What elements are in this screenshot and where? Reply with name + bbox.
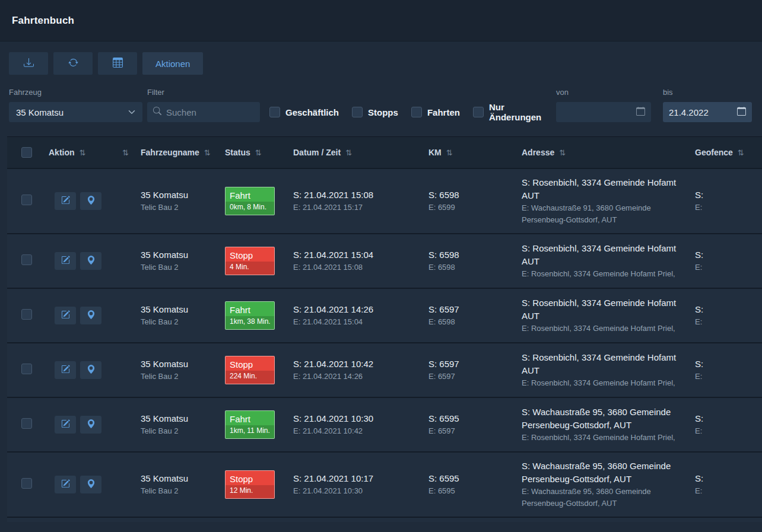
checkbox-geschaeftlich[interactable]: Geschäftlich	[269, 107, 339, 117]
km-end: E: 6595	[428, 485, 518, 497]
sort-icon[interactable]: ⇅	[446, 148, 453, 157]
vehicle-label: Fahrzeug	[9, 88, 142, 97]
column-header-aktion[interactable]: Aktion ⇅ ⇅	[45, 148, 137, 157]
sort-icon[interactable]: ⇅	[738, 148, 744, 157]
edit-icon	[61, 196, 70, 206]
km-start: S: 6597	[428, 358, 518, 371]
sort-icon[interactable]: ⇅	[122, 148, 129, 157]
map-pin-icon	[87, 310, 96, 321]
sort-icon[interactable]: ⇅	[345, 148, 352, 157]
km-start: S: 6595	[428, 472, 518, 485]
map-pin-icon	[87, 196, 96, 206]
vehicle-subtitle: Telic Bau 2	[141, 262, 221, 273]
checkbox-icon[interactable]	[352, 107, 363, 117]
sort-icon[interactable]: ⇅	[204, 148, 211, 157]
column-header-geofence[interactable]: Geofence ⇅	[691, 148, 762, 157]
column-label: Adresse	[522, 148, 554, 157]
location-button[interactable]	[80, 361, 101, 379]
address-end: E: Rosenbichl, 3374 Gemeinde Hofamt Prie…	[522, 432, 691, 444]
edit-button[interactable]	[55, 252, 76, 270]
column-label: Aktion	[49, 148, 75, 157]
datetime-end: E: 21.04.2021 15:04	[293, 316, 425, 328]
date-from-label: von	[556, 88, 651, 97]
vehicle-name: 35 Komatsu	[141, 303, 221, 316]
table-view-button[interactable]	[98, 52, 137, 75]
edit-button[interactable]	[55, 416, 76, 434]
datetime-end: E: 21.04.2021 10:42	[293, 425, 425, 437]
column-header-fahrzeugname[interactable]: Fahrzeugname ⇅	[137, 148, 221, 157]
location-button[interactable]	[80, 416, 101, 434]
checkbox-icon[interactable]	[269, 107, 280, 117]
row-checkbox[interactable]	[21, 195, 32, 205]
sort-icon[interactable]: ⇅	[559, 148, 566, 157]
geofence-end: E:	[695, 262, 762, 273]
table-row: 35 Komatsu Telic Bau 2 Fahrt 1km, 11 Min…	[7, 397, 762, 451]
aktionen-button[interactable]: Aktionen	[142, 52, 203, 75]
search-input[interactable]	[166, 107, 254, 117]
checkbox-icon[interactable]	[473, 107, 484, 117]
vehicle-name: 35 Komatsu	[141, 189, 221, 202]
column-header-datum-zeit[interactable]: Datum / Zeit ⇅	[290, 148, 425, 157]
geofence-start: S:	[695, 303, 762, 316]
map-pin-icon	[87, 256, 96, 266]
status-badge: Fahrt 0km, 8 Min.	[225, 187, 275, 215]
edit-button[interactable]	[55, 361, 76, 379]
partial-next-row	[7, 517, 762, 522]
status-detail: 0km, 8 Min.	[226, 202, 274, 215]
status-label: Stopp	[226, 471, 274, 485]
edit-button[interactable]	[55, 192, 76, 210]
vehicle-subtitle: Telic Bau 2	[141, 316, 221, 328]
address-start: S: Wachaustraße 95, 3680 Gemeinde Persen…	[522, 406, 691, 432]
location-button[interactable]	[80, 252, 101, 270]
refresh-button[interactable]	[53, 52, 93, 75]
column-label: Datum / Zeit	[293, 148, 341, 157]
column-header-status[interactable]: Status ⇅	[221, 148, 290, 157]
row-checkbox[interactable]	[21, 254, 32, 265]
checkbox-fahrten[interactable]: Fahrten	[411, 107, 460, 117]
checkbox-nur-aenderungen[interactable]: Nur Änderungen	[473, 102, 556, 122]
km-start: S: 6598	[428, 249, 518, 262]
status-badge: Fahrt 1km, 11 Min.	[225, 410, 275, 439]
address-end: E: Wachaustraße 91, 3680 Gemeinde Persen…	[522, 202, 691, 226]
geofence-end: E:	[695, 316, 762, 328]
datetime-start: S: 21.04.2021 10:30	[293, 412, 425, 425]
calendar-icon[interactable]	[636, 107, 645, 117]
table-icon	[113, 58, 123, 69]
location-button[interactable]	[80, 307, 101, 324]
edit-button[interactable]	[55, 307, 76, 324]
edit-icon	[61, 479, 70, 490]
edit-icon	[61, 310, 70, 321]
edit-button[interactable]	[55, 476, 76, 493]
column-header-km[interactable]: KM ⇅	[425, 148, 518, 157]
row-checkbox[interactable]	[21, 364, 32, 374]
row-checkbox[interactable]	[21, 418, 32, 429]
sort-icon[interactable]: ⇅	[80, 148, 86, 157]
map-pin-icon	[87, 479, 96, 490]
column-header-adresse[interactable]: Adresse ⇅	[518, 148, 691, 157]
date-to-input[interactable]: 21.4.2022	[663, 102, 752, 122]
date-from-input[interactable]	[556, 102, 651, 122]
date-to-value: 21.4.2022	[669, 107, 709, 117]
km-start: S: 6595	[428, 412, 518, 425]
row-checkbox[interactable]	[21, 478, 32, 489]
checkbox-stopps[interactable]: Stopps	[352, 107, 398, 117]
calendar-icon[interactable]	[737, 107, 746, 117]
vehicle-select[interactable]: 35 Komatsu	[9, 102, 142, 122]
logbook-table: Aktion ⇅ ⇅ Fahrzeugname ⇅ Status ⇅ Datum…	[7, 136, 762, 517]
status-detail: 12 Min.	[226, 485, 274, 498]
km-start: S: 6597	[428, 303, 518, 316]
edit-icon	[61, 256, 70, 266]
download-button[interactable]	[9, 52, 48, 75]
vehicle-name: 35 Komatsu	[141, 412, 221, 425]
select-all-checkbox[interactable]	[21, 147, 32, 158]
checkbox-icon[interactable]	[411, 107, 422, 117]
location-button[interactable]	[80, 192, 101, 210]
map-pin-icon	[87, 419, 96, 430]
datetime-end: E: 21.04.2021 14:26	[293, 371, 425, 383]
row-checkbox[interactable]	[21, 309, 32, 320]
table-row: 35 Komatsu Telic Bau 2 Fahrt 1km, 38 Min…	[7, 288, 762, 342]
vehicle-subtitle: Telic Bau 2	[141, 425, 221, 437]
geofence-start: S:	[695, 412, 762, 425]
sort-icon[interactable]: ⇅	[255, 148, 262, 157]
location-button[interactable]	[80, 476, 101, 493]
